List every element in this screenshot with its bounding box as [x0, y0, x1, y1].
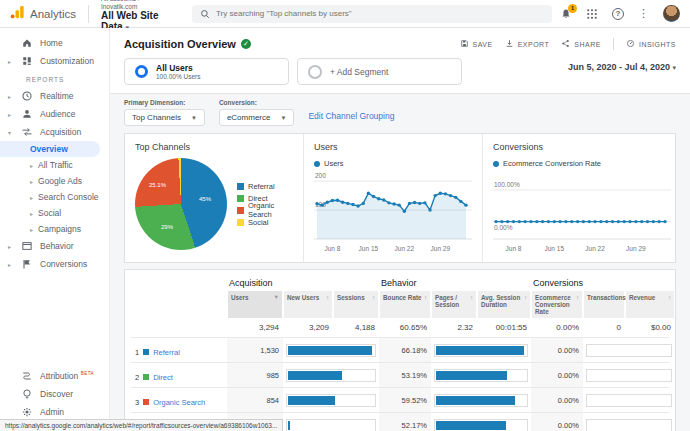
conversion-rate-bar	[586, 419, 672, 431]
svg-text:Jun 15: Jun 15	[359, 245, 379, 252]
users-line-chart[interactable]: 200100Jun 8Jun 15Jun 22Jun 29	[314, 171, 472, 255]
channel-link[interactable]: Referral	[153, 348, 180, 357]
sidebar-item-home[interactable]: Home	[0, 34, 109, 52]
main-content: Acquisition Overview ✓ SAVEEXPORTSHAREIN…	[110, 28, 690, 431]
acquisition-icon	[21, 126, 33, 138]
primary-dimension-label: Primary Dimension:	[124, 99, 205, 106]
date-range-picker[interactable]: Jun 5, 2020 - Jul 4, 2020 ▾	[568, 58, 676, 72]
share-icon	[561, 39, 570, 49]
sidebar-item-acquisition[interactable]: ▾Acquisition	[0, 123, 109, 141]
conversion-select[interactable]: eCommerce▼	[219, 109, 295, 126]
sidebar-item-audience[interactable]: ▸Audience	[0, 105, 109, 123]
apps-grid-icon[interactable]	[586, 8, 598, 20]
home-icon	[21, 37, 33, 49]
top-bar: Analytics All accounts > Inovatik.com Al…	[0, 0, 690, 28]
user-avatar[interactable]	[663, 5, 680, 22]
conversion-rate-bar	[586, 344, 672, 357]
table-row-referral: 1Referral1,53066.18%0.00%	[131, 337, 669, 362]
sidebar-item-customization[interactable]: ▸Customization	[0, 52, 109, 70]
column-header-avg-session-duration[interactable]: Avg. Session Duration↕	[478, 291, 530, 318]
edit-channel-grouping-link[interactable]: Edit Channel Grouping	[308, 111, 394, 126]
column-header-bounce-rate[interactable]: Bounce Rate↕	[380, 291, 430, 318]
column-header-ecommerce-conversion-rate[interactable]: Ecommerce Conversion Rate↕	[532, 291, 582, 318]
app-name: Analytics	[30, 8, 76, 20]
total-value: 60.65%	[379, 318, 431, 337]
notification-badge: 1	[568, 4, 577, 13]
users-bar	[286, 419, 376, 431]
sort-icon: ↕	[524, 294, 527, 300]
total-value: 3,294	[227, 318, 283, 337]
beta-badge: BETA	[81, 371, 94, 376]
sidebar-item-discover[interactable]: Discover	[0, 385, 109, 403]
notifications-bell-icon[interactable]: 1	[560, 8, 572, 20]
total-value: 0	[583, 318, 625, 337]
save-button[interactable]: SAVE	[460, 39, 493, 49]
attribution-icon	[21, 370, 33, 382]
help-icon[interactable]: ?	[612, 8, 624, 20]
users-bar	[286, 369, 376, 382]
page-title: Acquisition Overview	[124, 38, 236, 50]
expand-arrow-icon: ▸	[8, 243, 14, 250]
sort-icon: ↕	[668, 294, 671, 300]
conversions-chart-title: Conversions	[493, 142, 671, 152]
add-segment-circle-icon	[308, 65, 322, 79]
svg-text:200: 200	[315, 172, 326, 179]
channels-pie-chart[interactable]: 45% 29% 25.1%	[135, 158, 227, 250]
legend-item-organic-search: Organic Search	[237, 204, 293, 216]
chevron-down-icon: ▼	[280, 115, 286, 121]
verified-shield-icon: ✓	[241, 39, 251, 49]
column-header-users[interactable]: Users▼	[228, 291, 282, 318]
channel-link[interactable]: Organic Search	[153, 398, 205, 407]
column-header-sessions[interactable]: Sessions↕	[334, 291, 378, 318]
channel-swatch-icon	[143, 374, 149, 380]
column-header-transactions[interactable]: Transactions↕	[584, 291, 624, 318]
users-legend-label: Users	[324, 159, 344, 168]
search-input[interactable]	[216, 9, 544, 18]
conversions-line-chart[interactable]: 100.00%0.00%Jun 8Jun 15Jun 22Jun 29	[493, 171, 671, 255]
sidebar-item-behavior[interactable]: ▸Behavior	[0, 237, 109, 255]
svg-text:Jun 29: Jun 29	[626, 245, 646, 252]
users-panel: Users Users 200100Jun 8Jun 15Jun 22Jun 2…	[303, 134, 482, 262]
insights-button[interactable]: INSIGHTS	[626, 39, 676, 49]
sidebar-item-attribution[interactable]: Attribution BETA	[0, 367, 109, 385]
segment-all-users[interactable]: All Users 100.00% Users	[124, 58, 289, 85]
admin-icon	[21, 406, 33, 418]
svg-text:Jun 22: Jun 22	[395, 245, 415, 252]
browser-status-url: https://analytics.google.com/analytics/w…	[0, 419, 283, 431]
sidebar-item-social[interactable]: ▸Social	[0, 205, 109, 221]
pie-chart-title: Top Channels	[135, 142, 293, 152]
pie-slice-label: 25.1%	[149, 182, 166, 188]
more-options-icon[interactable]: ⋮	[638, 7, 649, 20]
expand-arrow-icon: ▸	[30, 226, 33, 233]
search-bar[interactable]	[192, 5, 552, 23]
analytics-logo[interactable]: Analytics	[10, 5, 76, 23]
conversion-rate-bar	[586, 369, 672, 382]
sidebar-item-all-traffic[interactable]: ▸All Traffic	[0, 157, 109, 173]
add-segment-label: + Add Segment	[330, 67, 388, 77]
bounce-rate-bar	[434, 344, 528, 357]
sort-icon: ▼	[274, 294, 279, 300]
sidebar-item-search-console[interactable]: ▸Search Console	[0, 189, 109, 205]
total-value: 2.32	[431, 318, 477, 337]
sidebar-item-google-ads[interactable]: ▸Google Ads	[0, 173, 109, 189]
expand-arrow-icon: ▸	[8, 261, 14, 268]
sidebar-item-realtime[interactable]: ▸Realtime	[0, 87, 109, 105]
account-switcher[interactable]: All accounts > Inovatik.com All Web Site…	[101, 0, 178, 32]
search-icon	[200, 5, 210, 23]
total-value: 4,188	[333, 318, 379, 337]
table-group-acquisition: Acquisition	[227, 276, 379, 291]
column-header-new-users[interactable]: New Users↕	[284, 291, 332, 318]
column-header-revenue[interactable]: Revenue↕	[626, 291, 674, 318]
share-button[interactable]: SHARE	[561, 39, 601, 49]
channel-swatch-icon	[143, 399, 149, 405]
sidebar-item-overview[interactable]: Overview	[0, 141, 100, 157]
sidebar-item-conversions[interactable]: ▸Conversions	[0, 255, 109, 273]
channel-swatch-icon	[143, 349, 149, 355]
export-button[interactable]: EXPORT	[505, 39, 550, 49]
primary-dimension-select[interactable]: Top Channels▼	[124, 109, 205, 126]
pie-slice-label: 29%	[161, 224, 173, 230]
sidebar-item-campaigns[interactable]: ▸Campaigns	[0, 221, 109, 237]
add-segment-button[interactable]: + Add Segment	[297, 58, 462, 85]
column-header-pages-session[interactable]: Pages / Session↕	[432, 291, 476, 318]
channel-link[interactable]: Direct	[153, 373, 173, 382]
